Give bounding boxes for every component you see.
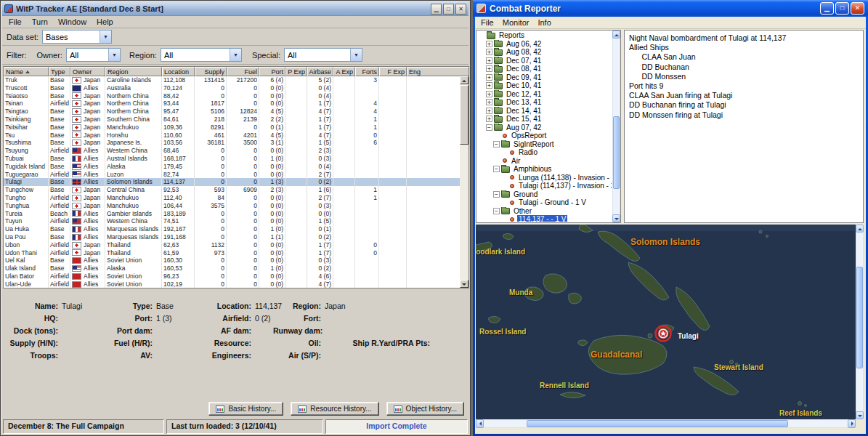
scrollbar-thumb[interactable] xyxy=(856,267,863,368)
scroll-down-button[interactable] xyxy=(460,280,469,288)
table-row-tungchow[interactable]: TungchowBaseJapanCentral China92,5359369… xyxy=(4,186,460,194)
menu-file[interactable]: File xyxy=(476,17,498,28)
table-row-uel-kal[interactable]: Uel KalBaseAlliesSoviet Union160,30000 (… xyxy=(4,257,460,265)
column-header-f_exp[interactable]: F Exp xyxy=(379,67,407,76)
tree-item-dec-08-41[interactable]: +Dec 08, 41 xyxy=(477,65,612,73)
table-row-tuyun[interactable]: TuyunAirfieldAlliesWestern China74,51000… xyxy=(4,217,460,225)
table-row-tugidak-island[interactable]: Tugidak IslandBaseAlliesAlaska179,45000 … xyxy=(4,163,460,171)
column-header-a_exp[interactable]: A Exp xyxy=(333,67,355,76)
column-header-type[interactable]: Type xyxy=(49,67,70,76)
table-row-ua-huka[interactable]: Ua HukaBaseAlliesMarquesas Islands192,16… xyxy=(4,225,460,233)
collapse-toggle-icon[interactable]: − xyxy=(493,208,500,214)
object-history-button[interactable]: Object History... xyxy=(386,402,464,416)
owner-filter-combobox[interactable]: All ▼ xyxy=(66,48,121,62)
tracker-close-button[interactable]: ✕ xyxy=(455,4,466,15)
table-row-tuguegarao[interactable]: TuguegaraoAirfieldAlliesLuzon82,74000 (0… xyxy=(4,171,460,179)
menu-monitor[interactable]: Monitor xyxy=(498,17,534,28)
table-row-tsingtao[interactable]: TsingtaoBaseJapanNorthern China95,475106… xyxy=(4,108,460,116)
tree-item-dec-15-41[interactable]: +Dec 15, 41 xyxy=(477,115,612,124)
column-header-forts[interactable]: Forts xyxy=(355,67,379,76)
tree-item-lunga-114-138-invasion-5-v[interactable]: Lunga (114,138) - Invasion - 5 V xyxy=(477,174,612,182)
collapse-toggle-icon[interactable]: − xyxy=(493,166,500,172)
column-header-owner[interactable]: Owner xyxy=(70,67,105,76)
table-row-tsitsihar[interactable]: TsitsiharBaseJapanManchukuo109,36829100 … xyxy=(4,124,460,132)
map-horizontal-scrollbar[interactable] xyxy=(476,419,856,428)
chevron-down-icon[interactable]: ▼ xyxy=(350,49,362,61)
tree-item-amphibious[interactable]: −Amphibious xyxy=(477,165,612,174)
tree-item-aug-06-42[interactable]: +Aug 06, 42 xyxy=(477,40,612,49)
column-header-location[interactable]: Location xyxy=(162,67,195,76)
expand-toggle-icon[interactable]: + xyxy=(486,49,492,55)
menu-file[interactable]: File xyxy=(4,17,27,27)
table-row-truk[interactable]: TrukBaseJapanCaroline Islands112,1081314… xyxy=(4,76,460,84)
scrollbar-thumb[interactable] xyxy=(613,116,620,189)
basic-history-button[interactable]: Basic History... xyxy=(208,402,283,416)
tree-item-radio[interactable]: Radio xyxy=(477,148,612,157)
chevron-down-icon[interactable]: ▼ xyxy=(108,49,120,61)
table-row-tsinan[interactable]: TsinanAirfieldJapanNorthern China93,4418… xyxy=(4,100,460,108)
map-vertical-scrollbar[interactable] xyxy=(856,225,864,419)
tree-item-sigintreport[interactable]: −SigIntReport xyxy=(477,140,612,149)
table-row-tsinkiang[interactable]: TsinkiangBaseJapanSouthern China84,61218… xyxy=(4,116,460,124)
table-row-tsushima[interactable]: TsushimaBaseJapanJapanese Is.103,5636181… xyxy=(4,139,460,147)
menu-turn[interactable]: Turn xyxy=(27,17,53,27)
menu-info[interactable]: Info xyxy=(533,17,555,28)
expand-toggle-icon[interactable]: + xyxy=(486,41,492,47)
expand-toggle-icon[interactable]: + xyxy=(486,82,492,89)
table-row-tsiaotso[interactable]: TsiaotsoBaseJapanNorthern China88,42000 … xyxy=(4,92,460,100)
tracker-titlebar[interactable]: WitP Tracker AE [Standard Dec 8 Start] ▁… xyxy=(2,2,469,16)
table-row-tsu[interactable]: TsuBaseJapanHonshu110,6046142014 (5)4 (7… xyxy=(4,132,460,140)
tree-item-reports[interactable]: Reports xyxy=(477,31,612,40)
tree-vertical-scrollbar[interactable] xyxy=(612,31,620,222)
chevron-down-icon[interactable]: ▼ xyxy=(100,31,111,43)
reporter-titlebar[interactable]: Combat Reporter ▁ □ ✕ xyxy=(473,0,868,17)
scroll-right-button[interactable] xyxy=(848,419,856,428)
expand-toggle-icon[interactable]: + xyxy=(486,99,492,105)
region-filter-combobox[interactable]: All ▼ xyxy=(161,48,242,62)
tree-item-dec-07-41[interactable]: +Dec 07, 41 xyxy=(477,57,612,65)
tree-item-dec-13-41[interactable]: +Dec 13, 41 xyxy=(477,98,612,107)
scroll-up-button[interactable] xyxy=(460,76,469,84)
tree-item-aug-07-42[interactable]: −Aug 07, 42 xyxy=(477,124,612,132)
table-row-ulan-ude[interactable]: Ulan-UdeAirfieldAlliesSoviet Union102,19… xyxy=(4,280,460,288)
table-vertical-scrollbar[interactable] xyxy=(460,76,469,288)
map-viewport[interactable]: Woodlark IslandSolomon IslandsMundaRosse… xyxy=(476,225,856,419)
collapse-toggle-icon[interactable]: − xyxy=(493,191,500,198)
reporter-minimize-button[interactable]: ▁ xyxy=(820,2,834,15)
table-row-ulan-bator[interactable]: Ulan BatorAirfieldAlliesSoviet Union96,2… xyxy=(4,272,460,280)
table-row-tubuai[interactable]: TubuaiBaseAlliesAustral Islands168,18700… xyxy=(4,155,460,163)
collapse-toggle-icon[interactable]: − xyxy=(493,141,500,148)
expand-toggle-icon[interactable]: + xyxy=(486,108,492,114)
special-filter-combobox[interactable]: All ▼ xyxy=(284,48,362,62)
column-header-p_exp[interactable]: P Exp xyxy=(285,67,307,76)
table-row-ubon[interactable]: UbonAirfieldJapanThailand62,63113200 (0)… xyxy=(4,241,460,249)
column-header-port[interactable]: Port xyxy=(259,67,285,76)
scroll-left-button[interactable] xyxy=(476,419,484,428)
tracker-minimize-button[interactable]: ▁ xyxy=(431,4,442,15)
expand-toggle-icon[interactable]: + xyxy=(486,74,492,81)
expand-toggle-icon[interactable]: + xyxy=(486,116,492,122)
reporter-maximize-button[interactable]: □ xyxy=(835,2,849,15)
scrollbar-thumb[interactable] xyxy=(527,420,788,427)
column-header-fuel[interactable]: Fuel xyxy=(227,67,259,76)
column-header-airbase[interactable]: Airbase xyxy=(307,67,333,76)
tree-item-tulagi-ground-1-v[interactable]: Tulagi - Ground - 1 V xyxy=(477,198,612,207)
table-row-udon-thani[interactable]: Udon ThaniAirfieldJapanThailand61,599730… xyxy=(4,249,460,257)
tree-item-tulagi-114-137-invasion-2-v[interactable]: Tulagi (114,137) - Invasion - 2 V xyxy=(477,182,612,190)
table-row-tsuyung[interactable]: TsuyungAirfieldAlliesWestern China68,460… xyxy=(4,147,460,155)
collapse-toggle-icon[interactable]: − xyxy=(486,124,492,131)
column-header-supply[interactable]: Supply xyxy=(195,67,227,76)
tree-item-dec-10-41[interactable]: +Dec 10, 41 xyxy=(477,81,612,90)
column-header-region[interactable]: Region xyxy=(105,67,162,76)
tracker-maximize-button[interactable]: □ xyxy=(443,4,454,15)
table-row-truscott[interactable]: TruscottBaseAlliesAustralia70,124000 (0)… xyxy=(4,84,460,92)
column-header-eng[interactable]: Eng xyxy=(407,67,469,76)
table-row-tungho[interactable]: TunghoAirfieldJapanManchukuo112,408400 (… xyxy=(4,194,460,202)
resource-history-button[interactable]: Resource History... xyxy=(291,402,378,416)
chevron-down-icon[interactable]: ▼ xyxy=(230,49,241,61)
tree-item-114-137-1-v[interactable]: 114,137 - - 1 V xyxy=(477,215,612,222)
scroll-up-button[interactable] xyxy=(856,225,864,233)
menu-help[interactable]: Help xyxy=(92,17,118,27)
expand-toggle-icon[interactable]: + xyxy=(486,65,492,72)
scroll-down-button[interactable] xyxy=(856,411,864,419)
